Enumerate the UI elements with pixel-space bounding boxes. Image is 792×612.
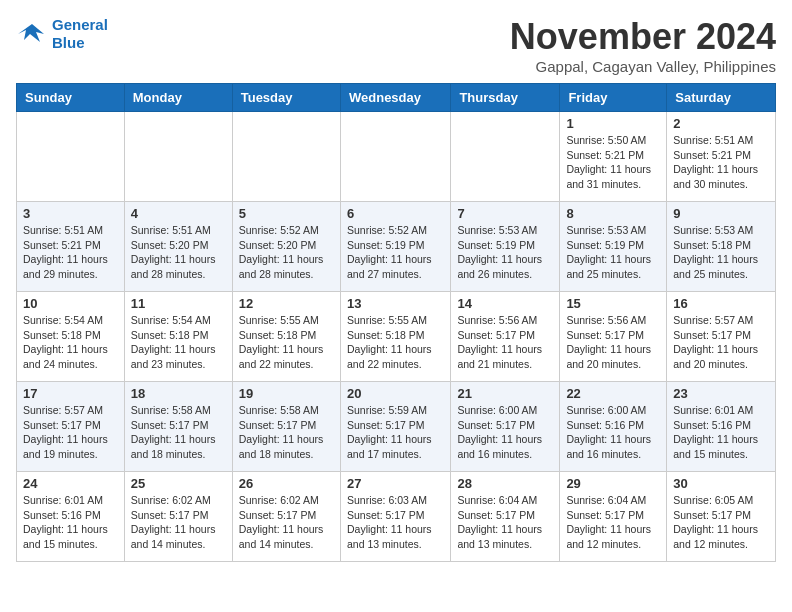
day-number: 15 [566, 296, 660, 311]
day-number: 19 [239, 386, 334, 401]
calendar-cell: 23Sunrise: 6:01 AMSunset: 5:16 PMDayligh… [667, 382, 776, 472]
day-info: Sunrise: 5:52 AMSunset: 5:19 PMDaylight:… [347, 223, 444, 282]
day-number: 27 [347, 476, 444, 491]
calendar-header-row: SundayMondayTuesdayWednesdayThursdayFrid… [17, 84, 776, 112]
calendar-day-header: Thursday [451, 84, 560, 112]
day-info: Sunrise: 5:50 AMSunset: 5:21 PMDaylight:… [566, 133, 660, 192]
calendar-day-header: Friday [560, 84, 667, 112]
calendar-cell: 17Sunrise: 5:57 AMSunset: 5:17 PMDayligh… [17, 382, 125, 472]
day-number: 1 [566, 116, 660, 131]
day-info: Sunrise: 5:54 AMSunset: 5:18 PMDaylight:… [131, 313, 226, 372]
day-info: Sunrise: 5:57 AMSunset: 5:17 PMDaylight:… [23, 403, 118, 462]
day-number: 20 [347, 386, 444, 401]
day-number: 6 [347, 206, 444, 221]
day-info: Sunrise: 5:56 AMSunset: 5:17 PMDaylight:… [457, 313, 553, 372]
day-info: Sunrise: 5:54 AMSunset: 5:18 PMDaylight:… [23, 313, 118, 372]
calendar-week-row: 1Sunrise: 5:50 AMSunset: 5:21 PMDaylight… [17, 112, 776, 202]
day-number: 13 [347, 296, 444, 311]
day-info: Sunrise: 5:58 AMSunset: 5:17 PMDaylight:… [239, 403, 334, 462]
day-number: 26 [239, 476, 334, 491]
logo-icon [16, 20, 48, 48]
day-info: Sunrise: 5:53 AMSunset: 5:19 PMDaylight:… [457, 223, 553, 282]
calendar-cell [124, 112, 232, 202]
day-number: 2 [673, 116, 769, 131]
calendar-day-header: Saturday [667, 84, 776, 112]
day-info: Sunrise: 6:05 AMSunset: 5:17 PMDaylight:… [673, 493, 769, 552]
calendar-week-row: 3Sunrise: 5:51 AMSunset: 5:21 PMDaylight… [17, 202, 776, 292]
location-subtitle: Gappal, Cagayan Valley, Philippines [510, 58, 776, 75]
calendar-cell: 27Sunrise: 6:03 AMSunset: 5:17 PMDayligh… [340, 472, 450, 562]
day-number: 10 [23, 296, 118, 311]
day-info: Sunrise: 6:00 AMSunset: 5:17 PMDaylight:… [457, 403, 553, 462]
calendar-cell: 6Sunrise: 5:52 AMSunset: 5:19 PMDaylight… [340, 202, 450, 292]
day-number: 7 [457, 206, 553, 221]
calendar-week-row: 10Sunrise: 5:54 AMSunset: 5:18 PMDayligh… [17, 292, 776, 382]
calendar-day-header: Tuesday [232, 84, 340, 112]
month-title: November 2024 [510, 16, 776, 58]
calendar-cell: 9Sunrise: 5:53 AMSunset: 5:18 PMDaylight… [667, 202, 776, 292]
day-info: Sunrise: 5:52 AMSunset: 5:20 PMDaylight:… [239, 223, 334, 282]
day-number: 30 [673, 476, 769, 491]
day-number: 4 [131, 206, 226, 221]
day-info: Sunrise: 5:55 AMSunset: 5:18 PMDaylight:… [347, 313, 444, 372]
day-info: Sunrise: 5:51 AMSunset: 5:21 PMDaylight:… [23, 223, 118, 282]
calendar-day-header: Wednesday [340, 84, 450, 112]
day-info: Sunrise: 5:56 AMSunset: 5:17 PMDaylight:… [566, 313, 660, 372]
day-info: Sunrise: 5:51 AMSunset: 5:20 PMDaylight:… [131, 223, 226, 282]
calendar-cell: 11Sunrise: 5:54 AMSunset: 5:18 PMDayligh… [124, 292, 232, 382]
day-number: 9 [673, 206, 769, 221]
calendar-day-header: Monday [124, 84, 232, 112]
calendar-cell: 12Sunrise: 5:55 AMSunset: 5:18 PMDayligh… [232, 292, 340, 382]
calendar-cell: 20Sunrise: 5:59 AMSunset: 5:17 PMDayligh… [340, 382, 450, 472]
calendar-cell: 18Sunrise: 5:58 AMSunset: 5:17 PMDayligh… [124, 382, 232, 472]
day-number: 3 [23, 206, 118, 221]
calendar-cell: 15Sunrise: 5:56 AMSunset: 5:17 PMDayligh… [560, 292, 667, 382]
calendar-cell: 13Sunrise: 5:55 AMSunset: 5:18 PMDayligh… [340, 292, 450, 382]
day-number: 21 [457, 386, 553, 401]
day-info: Sunrise: 5:53 AMSunset: 5:19 PMDaylight:… [566, 223, 660, 282]
day-number: 17 [23, 386, 118, 401]
day-info: Sunrise: 5:59 AMSunset: 5:17 PMDaylight:… [347, 403, 444, 462]
calendar-cell: 24Sunrise: 6:01 AMSunset: 5:16 PMDayligh… [17, 472, 125, 562]
calendar-cell: 1Sunrise: 5:50 AMSunset: 5:21 PMDaylight… [560, 112, 667, 202]
day-info: Sunrise: 5:55 AMSunset: 5:18 PMDaylight:… [239, 313, 334, 372]
day-info: Sunrise: 6:02 AMSunset: 5:17 PMDaylight:… [131, 493, 226, 552]
calendar-cell: 10Sunrise: 5:54 AMSunset: 5:18 PMDayligh… [17, 292, 125, 382]
day-number: 23 [673, 386, 769, 401]
day-info: Sunrise: 5:51 AMSunset: 5:21 PMDaylight:… [673, 133, 769, 192]
day-info: Sunrise: 6:04 AMSunset: 5:17 PMDaylight:… [457, 493, 553, 552]
calendar-week-row: 17Sunrise: 5:57 AMSunset: 5:17 PMDayligh… [17, 382, 776, 472]
day-number: 12 [239, 296, 334, 311]
day-number: 5 [239, 206, 334, 221]
calendar-table: SundayMondayTuesdayWednesdayThursdayFrid… [16, 83, 776, 562]
calendar-cell: 22Sunrise: 6:00 AMSunset: 5:16 PMDayligh… [560, 382, 667, 472]
page-header: General Blue November 2024 Gappal, Cagay… [16, 16, 776, 75]
day-number: 25 [131, 476, 226, 491]
calendar-cell: 4Sunrise: 5:51 AMSunset: 5:20 PMDaylight… [124, 202, 232, 292]
calendar-cell: 30Sunrise: 6:05 AMSunset: 5:17 PMDayligh… [667, 472, 776, 562]
day-info: Sunrise: 6:00 AMSunset: 5:16 PMDaylight:… [566, 403, 660, 462]
title-block: November 2024 Gappal, Cagayan Valley, Ph… [510, 16, 776, 75]
day-number: 18 [131, 386, 226, 401]
calendar-cell: 14Sunrise: 5:56 AMSunset: 5:17 PMDayligh… [451, 292, 560, 382]
calendar-cell: 5Sunrise: 5:52 AMSunset: 5:20 PMDaylight… [232, 202, 340, 292]
day-info: Sunrise: 6:03 AMSunset: 5:17 PMDaylight:… [347, 493, 444, 552]
day-number: 11 [131, 296, 226, 311]
day-info: Sunrise: 5:53 AMSunset: 5:18 PMDaylight:… [673, 223, 769, 282]
day-info: Sunrise: 6:02 AMSunset: 5:17 PMDaylight:… [239, 493, 334, 552]
day-info: Sunrise: 5:58 AMSunset: 5:17 PMDaylight:… [131, 403, 226, 462]
logo-text: General Blue [52, 16, 108, 52]
day-info: Sunrise: 5:57 AMSunset: 5:17 PMDaylight:… [673, 313, 769, 372]
calendar-cell: 26Sunrise: 6:02 AMSunset: 5:17 PMDayligh… [232, 472, 340, 562]
calendar-cell: 25Sunrise: 6:02 AMSunset: 5:17 PMDayligh… [124, 472, 232, 562]
day-info: Sunrise: 6:04 AMSunset: 5:17 PMDaylight:… [566, 493, 660, 552]
logo: General Blue [16, 16, 108, 52]
calendar-week-row: 24Sunrise: 6:01 AMSunset: 5:16 PMDayligh… [17, 472, 776, 562]
day-number: 28 [457, 476, 553, 491]
calendar-day-header: Sunday [17, 84, 125, 112]
day-info: Sunrise: 6:01 AMSunset: 5:16 PMDaylight:… [23, 493, 118, 552]
calendar-cell [232, 112, 340, 202]
calendar-cell: 3Sunrise: 5:51 AMSunset: 5:21 PMDaylight… [17, 202, 125, 292]
calendar-cell [17, 112, 125, 202]
day-number: 22 [566, 386, 660, 401]
